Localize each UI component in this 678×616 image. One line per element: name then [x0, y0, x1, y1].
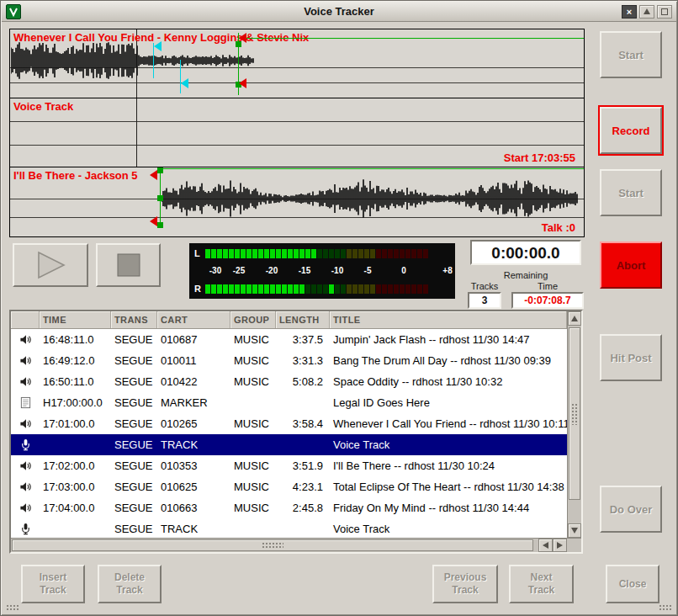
cell-time: 16:49:12.0: [40, 354, 111, 367]
up-arrow-icon: [571, 316, 578, 321]
scroll-down-button[interactable]: [568, 523, 581, 538]
cell-cart: 010011: [157, 354, 230, 367]
resize-grip[interactable]: [6, 604, 19, 612]
track-2-title: Voice Track: [13, 100, 73, 113]
start-marker-handle[interactable]: [157, 167, 163, 173]
play-icon: [33, 250, 68, 280]
stop-button[interactable]: [96, 243, 161, 287]
previous-track-button[interactable]: Previous Track: [432, 565, 498, 603]
edit-cursor: [136, 98, 137, 167]
log-row-7[interactable]: 17:02:00.0SEGUE010353MUSIC3:51.9I'll Be …: [11, 455, 567, 476]
talk-marker-handle-icon[interactable]: [154, 41, 162, 51]
log-row-3[interactable]: 16:50:11.0SEGUE010422MUSIC5:08.2Space Od…: [11, 371, 567, 392]
cell-trans: SEGUE: [111, 396, 157, 409]
log-row-4[interactable]: H17:00:00.0SEGUEMARKERLegal ID Goes Here: [11, 392, 567, 413]
window-controls: ×: [622, 5, 672, 19]
cell-title: I'll Be There -- rdhost 11/30 10:24: [330, 459, 567, 472]
scroll-right-button[interactable]: [553, 539, 567, 552]
do-over-button[interactable]: Do Over: [600, 486, 662, 533]
cell-cart: 010353: [157, 459, 230, 472]
scroll-left-button[interactable]: [538, 539, 553, 552]
hit-post-button[interactable]: Hit Post: [600, 334, 662, 381]
cell-time: 17:02:00.0: [40, 459, 111, 472]
cell-title: Total Eclipse Of The Heart -- rdhost 11/…: [330, 481, 567, 493]
record-button[interactable]: Record: [600, 107, 662, 154]
log-rows: 16:48:11.0SEGUE010687MUSIC3:37.5Jumpin' …: [11, 329, 567, 538]
track-gridline: [10, 145, 584, 146]
start-marker-handle[interactable]: [157, 195, 163, 201]
right-arrow-icon: [557, 542, 563, 549]
stop-icon: [116, 252, 141, 278]
track-2[interactable]: Voice Track Start 17:03:55: [10, 98, 584, 167]
shade-icon[interactable]: [639, 5, 654, 19]
app-icon[interactable]: [6, 4, 21, 19]
log-header: TIME TRANS CART GROUP LENGTH TITLE: [11, 311, 567, 329]
note-icon: [11, 396, 40, 409]
log-list: TIME TRANS CART GROUP LENGTH TITLE 16:48…: [9, 310, 583, 554]
resize-grip[interactable]: [659, 604, 672, 612]
log-row-6[interactable]: SEGUETRACKVoice Track: [11, 434, 567, 455]
fade-marker-icon[interactable]: [150, 216, 157, 226]
cell-title: Whenever I Call You Friend -- rdhost 11/…: [330, 417, 567, 430]
cell-group: MUSIC: [230, 481, 276, 493]
track-1[interactable]: Whenever I Call You Friend - Kenny Loggi…: [10, 29, 584, 98]
log-vertical-scrollbar[interactable]: [567, 311, 581, 538]
cell-length: 3:58.4: [276, 417, 330, 430]
cell-length: 3:31.3: [276, 354, 330, 367]
cell-group: MUSIC: [230, 333, 276, 346]
time-remaining-label: Time: [511, 281, 584, 291]
waveform-1: [11, 41, 257, 83]
titlebar[interactable]: Voice Tracker ×: [2, 2, 676, 22]
log-row-1[interactable]: 16:48:11.0SEGUE010687MUSIC3:37.5Jumpin' …: [11, 329, 567, 350]
talk-marker-handle-icon[interactable]: [181, 78, 188, 88]
cell-time: 16:48:11.0: [40, 333, 111, 346]
horizontal-scroll-track[interactable]: [11, 539, 538, 552]
fade-marker-icon[interactable]: [239, 78, 246, 88]
fade-marker-icon[interactable]: [150, 170, 157, 180]
log-row-8[interactable]: 17:03:00.0SEGUE010625MUSIC4:23.1Total Ec…: [11, 476, 567, 497]
cell-time: 17:04:00.0: [40, 502, 111, 514]
log-row-5[interactable]: 17:01:00.0SEGUE010265MUSIC3:58.4Whenever…: [11, 413, 567, 434]
start-track1-button[interactable]: Start: [600, 31, 662, 78]
waveform-3: [162, 176, 580, 225]
horizontal-scroll-thumb[interactable]: [12, 539, 533, 551]
left-channel-label: L: [194, 248, 205, 258]
start-marker-handle[interactable]: [157, 222, 163, 228]
cell-trans: SEGUE: [111, 375, 157, 388]
log-row-10[interactable]: SEGUETRACKVoice Track: [11, 518, 567, 538]
vertical-scroll-thumb[interactable]: [569, 327, 580, 500]
speaker-icon: [11, 502, 40, 514]
segue-level-line: [238, 38, 584, 39]
track-3[interactable]: I'll Be There - Jackson 5 Talk :0: [10, 167, 584, 236]
cell-time: 17:03:00.0: [40, 481, 111, 493]
cell-group: MUSIC: [230, 502, 276, 514]
column-trans: TRANS: [111, 311, 157, 328]
scroll-up-button[interactable]: [568, 311, 581, 326]
log-row-2[interactable]: 16:49:12.0SEGUE010011MUSIC3:31.3Bang The…: [11, 350, 567, 371]
track-3-title: I'll Be There - Jackson 5: [13, 169, 138, 182]
cell-cart: 010663: [157, 502, 230, 514]
cell-cart: MARKER: [157, 396, 230, 409]
next-track-button[interactable]: Next Track: [509, 565, 574, 603]
abort-button[interactable]: Abort: [600, 242, 662, 289]
speaker-icon: [11, 354, 40, 367]
delete-track-button[interactable]: Delete Track: [98, 565, 162, 603]
column-group: GROUP: [230, 311, 276, 328]
cell-title: Friday On My Mind -- rdhost 11/30 14:44: [330, 502, 567, 514]
fade-marker-icon[interactable]: [239, 33, 246, 43]
play-button[interactable]: [13, 243, 88, 287]
log-horizontal-scrollbar[interactable]: [11, 538, 581, 552]
cell-trans: SEGUE: [111, 417, 157, 430]
close-icon[interactable]: ×: [622, 5, 637, 19]
track-2-start-time: Start 17:03:55: [504, 151, 575, 164]
talk-marker-line[interactable]: [180, 60, 181, 93]
column-time: TIME: [40, 311, 111, 328]
log-row-9[interactable]: 17:04:00.0SEGUE010663MUSIC2:45.8Friday O…: [11, 497, 567, 518]
insert-track-button[interactable]: Insert Track: [21, 565, 85, 603]
start-track2-button[interactable]: Start: [600, 169, 662, 216]
maximize-icon[interactable]: [657, 5, 672, 19]
track-gridline: [10, 121, 584, 122]
tracks-remaining-label: Tracks: [468, 281, 501, 291]
scrollbar-corner: [567, 539, 581, 552]
close-button[interactable]: Close: [606, 565, 659, 603]
